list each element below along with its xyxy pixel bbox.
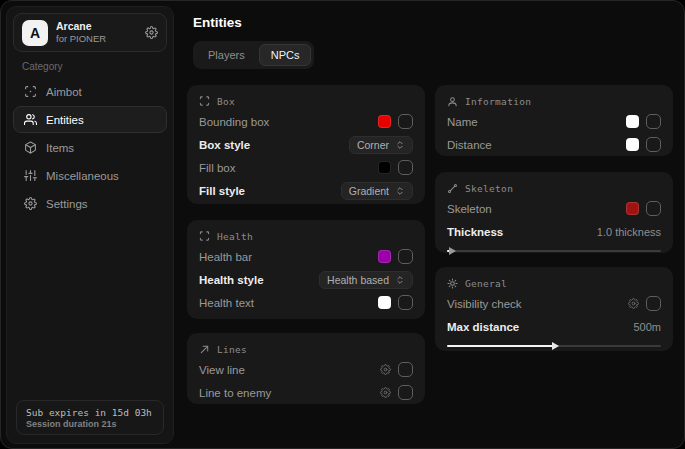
slider-fill	[447, 345, 554, 347]
setting-label: Line to enemy	[199, 387, 271, 399]
max-distance-value: 500m	[633, 321, 661, 333]
setting-row-health-style: Health style Health based	[199, 268, 413, 291]
setting-label: Max distance	[447, 321, 519, 333]
sidebar-header: A Arcane for PIONER	[13, 13, 167, 52]
chevron-updown-icon	[395, 186, 405, 196]
sidebar: A Arcane for PIONER Category Aimbot	[6, 6, 174, 444]
sidebar-item-items[interactable]: Items	[13, 134, 167, 161]
keybind-gear-icon[interactable]	[628, 298, 639, 309]
line-to-enemy-checkbox[interactable]	[398, 385, 413, 400]
visibility-check-checkbox[interactable]	[646, 296, 661, 311]
card-title: Skeleton	[465, 183, 513, 194]
setting-row-fill-box: Fill box	[199, 156, 413, 179]
skeleton-checkbox[interactable]	[646, 201, 661, 216]
app-logo: A	[22, 20, 48, 46]
color-swatch[interactable]	[378, 296, 391, 309]
select-value: Corner	[357, 139, 389, 151]
app-name: Arcane	[56, 20, 106, 33]
health-style-select[interactable]: Health based	[319, 271, 413, 289]
chevron-updown-icon	[395, 275, 405, 285]
sidebar-item-aimbot[interactable]: Aimbot	[13, 78, 167, 105]
color-swatch[interactable]	[378, 250, 391, 263]
bone-icon	[447, 183, 458, 194]
sliders-icon	[24, 169, 37, 182]
session-duration-text: Session duration 21s	[26, 419, 154, 429]
setting-row-thickness: Thickness 1.0 thickness	[447, 220, 661, 243]
setting-row-health-text: Health text	[199, 291, 413, 314]
card-skeleton: Skeleton Skeleton Thickness 1.0 thicknes…	[435, 172, 673, 253]
page-title: Entities	[193, 15, 242, 30]
setting-row-bounding-box: Bounding box	[199, 110, 413, 133]
health-bar-checkbox[interactable]	[398, 249, 413, 264]
setting-label: Health style	[199, 274, 264, 286]
setting-row-visibility-check: Visibility check	[447, 292, 661, 315]
health-brackets-icon	[199, 230, 210, 242]
sidebar-settings-button[interactable]	[145, 26, 158, 39]
users-icon	[24, 113, 37, 126]
setting-row-max-distance: Max distance 500m	[447, 315, 661, 338]
fill-style-select[interactable]: Gradient	[341, 182, 413, 200]
keybind-gear-icon[interactable]	[380, 387, 391, 398]
crosshair-icon	[24, 85, 37, 98]
package-icon	[24, 141, 37, 154]
select-value: Gradient	[349, 185, 389, 197]
category-label: Category	[22, 61, 63, 72]
color-swatch[interactable]	[378, 161, 391, 174]
box-style-select[interactable]: Corner	[349, 136, 413, 154]
name-checkbox[interactable]	[646, 114, 661, 129]
slider-thumb[interactable]	[552, 342, 559, 350]
bounding-box-checkbox[interactable]	[398, 114, 413, 129]
sidebar-nav: Aimbot Entities Items Miscellaneous	[13, 78, 167, 217]
tab-npcs[interactable]: NPCs	[259, 44, 312, 66]
sidebar-item-label: Settings	[46, 198, 88, 210]
tab-players[interactable]: Players	[196, 44, 257, 66]
person-icon	[447, 96, 458, 107]
color-swatch[interactable]	[378, 115, 391, 128]
sub-expires-text: Sub expires in 15d 03h	[26, 407, 154, 418]
setting-label: Fill box	[199, 162, 235, 174]
card-information: Information Name Distance	[435, 85, 673, 156]
app-window: A Arcane for PIONER Category Aimbot	[0, 0, 685, 449]
diagonal-arrow-icon	[199, 344, 210, 355]
setting-row-view-line: View line	[199, 358, 413, 381]
setting-label: Box style	[199, 139, 250, 151]
sidebar-item-label: Miscellaneous	[46, 170, 119, 182]
health-text-checkbox[interactable]	[398, 295, 413, 310]
sidebar-item-label: Aimbot	[46, 86, 82, 98]
card-general: General Visibility check Max distance 50…	[435, 267, 673, 351]
slider-thumb[interactable]	[449, 247, 456, 255]
setting-row-fill-style: Fill style Gradient	[199, 179, 413, 202]
setting-row-name: Name	[447, 110, 661, 133]
distance-checkbox[interactable]	[646, 137, 661, 152]
fill-box-checkbox[interactable]	[398, 160, 413, 175]
keybind-gear-icon[interactable]	[380, 364, 391, 375]
setting-label: Visibility check	[447, 298, 522, 310]
setting-label: Health text	[199, 297, 254, 309]
setting-label: Fill style	[199, 185, 245, 197]
setting-label: Name	[447, 116, 478, 128]
thickness-slider[interactable]	[447, 246, 661, 256]
sidebar-item-settings[interactable]: Settings	[13, 190, 167, 217]
card-title: Information	[465, 96, 531, 107]
card-lines: Lines View line Line to enemy	[187, 333, 425, 404]
chevron-updown-icon	[395, 140, 405, 150]
app-subtitle: for PIONER	[56, 33, 106, 45]
color-swatch[interactable]	[626, 138, 639, 151]
setting-row-box-style: Box style Corner	[199, 133, 413, 156]
setting-row-health-bar: Health bar	[199, 245, 413, 268]
gear-icon	[24, 197, 37, 210]
thickness-value: 1.0 thickness	[597, 226, 661, 238]
color-swatch[interactable]	[626, 115, 639, 128]
color-swatch[interactable]	[626, 202, 639, 215]
card-title: General	[465, 278, 507, 289]
sidebar-item-label: Items	[46, 142, 74, 154]
view-line-checkbox[interactable]	[398, 362, 413, 377]
max-distance-slider[interactable]	[447, 341, 661, 351]
sidebar-item-miscellaneous[interactable]: Miscellaneous	[13, 162, 167, 189]
card-title: Box	[217, 96, 235, 107]
setting-label: Skeleton	[447, 203, 492, 215]
slider-track[interactable]	[447, 250, 661, 252]
setting-label: View line	[199, 364, 245, 376]
sidebar-item-entities[interactable]: Entities	[13, 106, 167, 133]
sun-icon	[447, 278, 458, 289]
